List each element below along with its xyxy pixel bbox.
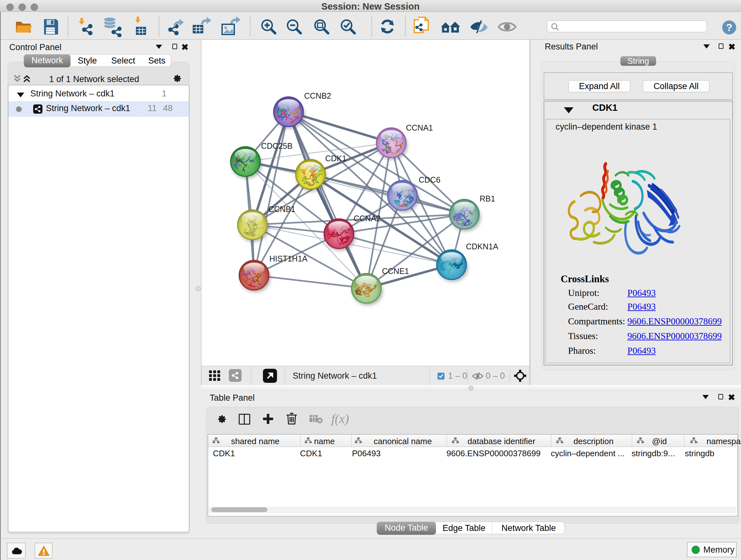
svg-text:CCNE1: CCNE1: [382, 266, 409, 275]
svg-text:CDKN1A: CDKN1A: [466, 242, 498, 251]
svg-text:CCNA1: CCNA1: [406, 123, 433, 132]
svg-text:CCNB1: CCNB1: [268, 205, 295, 213]
svg-text:CDC25B: CDC25B: [261, 141, 293, 150]
svg-text:HIST1H1A: HIST1H1A: [269, 254, 308, 263]
svg-text:RB1: RB1: [480, 194, 495, 203]
svg-text:CDC6: CDC6: [419, 175, 441, 184]
svg-text:CCNB2: CCNB2: [304, 91, 331, 100]
svg-text:CDK1: CDK1: [325, 154, 347, 163]
svg-text:CCNA2: CCNA2: [354, 214, 381, 223]
